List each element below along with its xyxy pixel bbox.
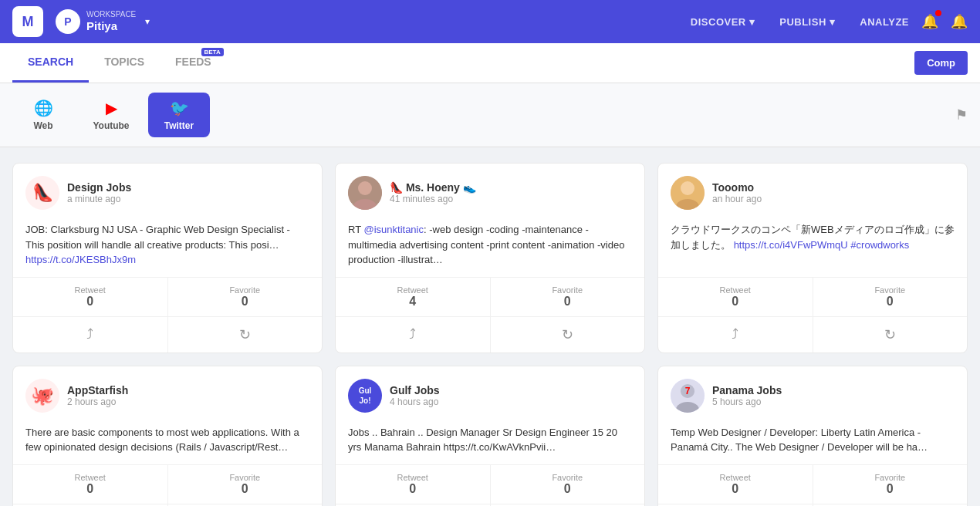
compare-button[interactable]: Comp xyxy=(914,51,968,75)
tab-web[interactable]: 🌐 Web xyxy=(12,93,74,137)
card-mention-link[interactable]: @isunktitanic xyxy=(363,224,424,235)
card-header: 👠 Ms. Hoeny 👟 41 minutes ago xyxy=(336,164,644,216)
card-link[interactable]: https://t.co/JKESBhJx9m xyxy=(25,254,136,265)
card-body: There are basic components to most web a… xyxy=(13,419,322,464)
workspace-chevron-icon: ▾ xyxy=(145,16,150,27)
card-username: Design Jobs xyxy=(67,181,131,194)
discover-nav-link[interactable]: DISCOVER ▾ xyxy=(691,16,755,28)
card-time: 41 minutes ago xyxy=(390,194,476,204)
discover-chevron-icon: ▾ xyxy=(749,16,755,28)
card-header: GulJo! Gulf Jobs 4 hours ago xyxy=(336,366,644,419)
favorite-label: Favorite xyxy=(552,285,583,295)
retweet-button[interactable]: ↻ xyxy=(491,317,645,353)
card-text: クラウドワークスのコンペ「新WEBメディアのロゴ作成」に参加しました。 http… xyxy=(671,222,955,252)
retweet-stat: Retweet 0 xyxy=(658,278,813,316)
card-body: Jobs .. Bahrain .. Design Manager Sr Des… xyxy=(336,419,644,464)
card-header: Tooomo an hour ago xyxy=(658,164,967,216)
card-stats: Retweet 0 Favorite 0 xyxy=(658,277,967,316)
favorite-label: Favorite xyxy=(229,285,260,295)
notifications-button[interactable]: 🔔 xyxy=(921,13,938,30)
card-time: an hour ago xyxy=(712,194,762,204)
card-body: JOB: Clarksburg NJ USA - Graphic Web Des… xyxy=(13,216,322,277)
card-stats: Retweet 0 Favorite 0 xyxy=(13,277,322,316)
tab-twitter-label: Twitter xyxy=(164,120,194,131)
card-stats: Retweet 0 Favorite 0 xyxy=(13,464,322,504)
workspace-selector[interactable]: P WORKSPACE Pitiya ▾ xyxy=(56,9,150,34)
card-actions: ⤴ ↻ xyxy=(336,316,644,353)
avatar-panama-jobs: 7 xyxy=(671,379,705,413)
feeds-tab[interactable]: FEEDS BETA xyxy=(160,43,227,83)
retweet-label: Retweet xyxy=(397,473,428,482)
card-link[interactable]: https://t.co/i4VFwPWmqU xyxy=(734,239,848,251)
web-icon: 🌐 xyxy=(34,99,53,117)
flag-button[interactable]: ⚑ xyxy=(955,106,968,123)
card-time: a minute ago xyxy=(67,194,131,204)
share-button[interactable]: ⤴ xyxy=(336,317,491,353)
favorite-label: Favorite xyxy=(552,473,583,482)
app-logo[interactable]: M xyxy=(12,6,43,37)
nav-links: DISCOVER ▾ PUBLISH ▾ ANALYZE xyxy=(691,16,909,28)
card-username: Tooomo xyxy=(712,181,762,194)
retweet-label: Retweet xyxy=(75,473,106,482)
card-time: 2 hours ago xyxy=(67,396,128,407)
card-stats: Retweet 0 Favorite 0 xyxy=(336,464,644,504)
card-text: Temp Web Designer / Developer: Liberty L… xyxy=(671,425,955,455)
card-body: クラウドワークスのコンペ「新WEBメディアのロゴ作成」に参加しました。 http… xyxy=(658,216,967,277)
card-username: 👠 Ms. Hoeny 👟 xyxy=(390,181,476,194)
sub-navigation: SEARCH TOPICS FEEDS BETA Comp xyxy=(0,43,980,83)
share-button[interactable]: ⤴ xyxy=(13,317,168,353)
card-hashtag[interactable]: #crowdworks xyxy=(850,239,909,251)
favorite-value: 0 xyxy=(242,295,248,309)
topics-tab[interactable]: TOPICS xyxy=(89,43,160,83)
retweet-label: Retweet xyxy=(720,285,751,295)
retweet-button[interactable]: ↻ xyxy=(813,317,968,353)
card-meta: AppStarfish 2 hours ago xyxy=(67,384,128,407)
publish-nav-link[interactable]: PUBLISH ▾ xyxy=(779,16,835,28)
search-tab[interactable]: SEARCH xyxy=(12,43,89,83)
favorite-value: 0 xyxy=(887,295,894,309)
favorite-stat: Favorite 0 xyxy=(168,465,323,504)
svg-text:7: 7 xyxy=(685,386,691,396)
retweet-value: 0 xyxy=(409,482,416,496)
nav-icon-group: 🔔 🔔 xyxy=(921,13,968,30)
svg-point-4 xyxy=(681,181,694,195)
avatar-gulf-jobs: GulJo! xyxy=(348,379,382,413)
card-username: Panama Jobs xyxy=(712,384,782,396)
publish-chevron-icon: ▾ xyxy=(830,16,836,28)
retweet-value: 0 xyxy=(732,295,738,309)
card-body: Temp Web Designer / Developer: Liberty L… xyxy=(658,419,967,464)
card-stats: Retweet 0 Favorite 0 xyxy=(658,464,967,504)
card-time: 4 hours ago xyxy=(390,396,440,407)
favorite-value: 0 xyxy=(564,482,571,496)
notification-badge xyxy=(935,10,941,16)
tab-youtube-label: Youtube xyxy=(93,120,129,131)
workspace-icon: P xyxy=(56,9,80,34)
retweet-stat: Retweet 0 xyxy=(336,465,491,504)
card-panama-jobs: 7 Panama Jobs 5 hours ago Temp Web Desig… xyxy=(657,366,968,507)
card-text: There are basic components to most web a… xyxy=(25,425,309,455)
tab-youtube[interactable]: ▶ Youtube xyxy=(80,93,142,137)
card-text: RT @isunktitanic: -web design -coding -m… xyxy=(348,222,632,268)
retweet-button[interactable]: ↻ xyxy=(168,317,323,353)
card-username: AppStarfish xyxy=(67,384,128,396)
top-navigation: M P WORKSPACE Pitiya ▾ DISCOVER ▾ PUBLIS… xyxy=(0,0,980,43)
card-ms-hoeny: 👠 Ms. Hoeny 👟 41 minutes ago RT @isunkti… xyxy=(335,163,645,353)
tab-twitter[interactable]: 🐦 Twitter xyxy=(148,93,210,137)
card-actions: ⤴ ↻ xyxy=(13,504,322,507)
favorite-value: 0 xyxy=(887,482,894,496)
card-appstarfish: 🐙 AppStarfish 2 hours ago There are basi… xyxy=(12,366,323,507)
card-stats: Retweet 4 Favorite 0 xyxy=(336,277,644,316)
tab-web-label: Web xyxy=(33,120,52,131)
favorite-stat: Favorite 0 xyxy=(813,278,968,316)
retweet-value: 0 xyxy=(732,482,738,496)
retweet-value: 0 xyxy=(86,295,93,309)
retweet-label: Retweet xyxy=(75,285,106,295)
analyze-nav-link[interactable]: ANALYZE xyxy=(860,16,909,28)
favorite-label: Favorite xyxy=(229,473,260,482)
alerts-button[interactable]: 🔔 xyxy=(951,13,968,30)
favorite-value: 0 xyxy=(564,295,571,309)
card-meta: Design Jobs a minute ago xyxy=(67,181,131,204)
card-meta: 👠 Ms. Hoeny 👟 41 minutes ago xyxy=(390,181,476,204)
share-button[interactable]: ⤴ xyxy=(658,317,813,353)
card-text: Jobs .. Bahrain .. Design Manager Sr Des… xyxy=(348,425,632,455)
